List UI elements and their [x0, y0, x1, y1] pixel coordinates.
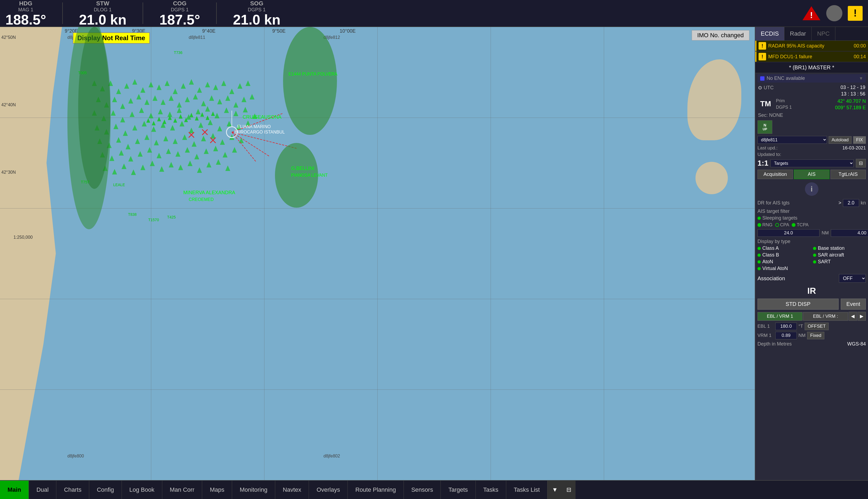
tgtlrais-button[interactable]: TgtLrAIS — [831, 170, 866, 179]
ebl-next-button[interactable]: ▶ — [857, 312, 866, 321]
display-type-section: Display by type Class A Base station Cla… — [755, 238, 868, 272]
ebl-vrm2-tab[interactable]: EBL / VRM : — [803, 312, 848, 321]
dr-label: DR for AIS tgts — [757, 200, 837, 206]
event-button[interactable]: Event — [841, 299, 866, 310]
ebl1-label: EBL 1 — [757, 324, 773, 329]
tab-radar[interactable]: Radar — [784, 27, 812, 40]
alert-mfd[interactable]: ! MFD DCU1-1 failure 00:14 — [755, 51, 868, 62]
tabs-arrow-button[interactable]: ▼ — [548, 480, 562, 499]
grid-v1 — [151, 27, 151, 480]
tab-monitoring[interactable]: Monitoring — [232, 480, 275, 499]
tab-navtex[interactable]: Navtex — [275, 480, 309, 499]
rng-label: RNG — [762, 222, 772, 228]
info-row: i — [755, 180, 868, 198]
imo-changed-notice: IMO No. changed — [692, 30, 750, 40]
dr-value-input[interactable]: 2.0 — [843, 199, 859, 207]
ebl-prev-button[interactable]: ◀ — [848, 312, 857, 321]
base-station-dot[interactable] — [813, 247, 816, 250]
tab-charts[interactable]: Charts — [56, 480, 89, 499]
ebl1-row: EBL 1 °T OFFSET — [755, 322, 868, 331]
class-a-dot[interactable] — [757, 247, 761, 250]
chart-select-dropdown[interactable]: d8jfe811 — [757, 136, 827, 144]
map-area[interactable]: 9°20E 9°30E 9°40E 9°50E 10°00E 42°50N 42… — [0, 27, 755, 480]
alert-circle-icon[interactable] — [826, 5, 842, 21]
header-divider-3 — [216, 2, 217, 24]
tab-dual[interactable]: Dual — [29, 480, 56, 499]
tab-sensors[interactable]: Sensors — [404, 480, 441, 499]
hdg-label: HDG — [19, 0, 32, 7]
tab-route-planning[interactable]: Route Planning — [348, 480, 404, 499]
utc-label: UTC — [764, 85, 773, 90]
tab-logbook[interactable]: Log Book — [122, 480, 162, 499]
std-disp-button[interactable]: STD DISP — [757, 299, 839, 310]
sleeping-label: Sleeping targets — [755, 215, 868, 221]
tab-ecdis[interactable]: ECDIS — [755, 27, 784, 40]
tab-overlays[interactable]: Overlays — [309, 480, 348, 499]
ebl-vrm1-tab[interactable]: EBL / VRM 1 — [757, 312, 803, 321]
fix-button[interactable]: FIX — [853, 136, 866, 144]
tcpa-label: TCPA — [796, 222, 808, 228]
sar-aircraft-dot[interactable] — [813, 254, 816, 257]
header-divider-1 — [62, 2, 63, 24]
main-content: 9°20E 9°30E 9°40E 9°50E 10°00E 42°50N 42… — [0, 27, 868, 480]
sart-dot[interactable] — [813, 260, 816, 264]
tile-d8jfe811: d8jfe811 — [189, 35, 205, 40]
tile-d8jfe800: d8jfe800 — [67, 454, 84, 459]
virtual-aton-item: Virtual AtoN — [757, 266, 866, 271]
tab-targets[interactable]: Targets — [441, 480, 476, 499]
ais-filter-label: AIS target filter — [755, 208, 868, 215]
ebl1-offset-button[interactable]: OFFSET — [805, 322, 829, 330]
tab-maps[interactable]: Maps — [202, 480, 232, 499]
sec-row: Sec: NONE — [755, 111, 868, 119]
coord-10-00E: 10°00E — [340, 28, 355, 34]
enc-label: No ENC available — [767, 75, 805, 81]
aton-dot[interactable] — [757, 260, 761, 264]
autoload-button[interactable]: Autoload — [829, 136, 852, 144]
dr-gt: > — [838, 200, 841, 206]
tab-main[interactable]: Main — [0, 480, 29, 499]
utc-date: 03 - 12 - 19 — [841, 85, 865, 90]
tab-tasks-list[interactable]: Tasks List — [506, 480, 548, 499]
rng-radio[interactable] — [757, 223, 761, 227]
tab-man-corr[interactable]: Man Corr — [162, 480, 202, 499]
aton-label: AtoN — [762, 259, 773, 265]
tab-config[interactable]: Config — [89, 480, 122, 499]
coord-9-40E: 9°40E — [202, 28, 215, 34]
tab-npc[interactable]: NPC — [812, 27, 835, 40]
cpa-radio[interactable] — [775, 223, 779, 227]
association-select[interactable]: OFF — [839, 274, 866, 283]
cpa-value-input[interactable] — [831, 229, 868, 237]
rng-value-input[interactable] — [757, 229, 819, 237]
enc-dot-icon — [760, 76, 765, 81]
svg-text:!: ! — [810, 10, 813, 20]
alert-radar[interactable]: ! RADAR 95% AIS capacity 00:00 — [755, 41, 868, 51]
cpa-item: CPA — [775, 222, 789, 228]
tabs-expand-button[interactable]: ⊟ — [562, 480, 576, 499]
prim-lon: 009° 57.189 E — [835, 105, 866, 111]
alert-mfd-time: 00:14 — [854, 54, 866, 60]
tab-tasks[interactable]: Tasks — [476, 480, 506, 499]
vrm1-mode-button[interactable]: Fixed — [807, 332, 824, 339]
info-icon[interactable]: i — [805, 182, 818, 196]
alert-icon-radar: ! — [758, 42, 766, 50]
tcpa-radio[interactable] — [792, 223, 795, 227]
alert-exclaim-icon[interactable]: ! — [848, 6, 863, 21]
dr-unit: kn — [861, 200, 866, 206]
vrm1-label: VRM 1 — [757, 333, 773, 338]
class-b-dot[interactable] — [757, 254, 761, 257]
targets-select[interactable]: Targets — [770, 159, 854, 167]
n-up-button[interactable]: N UP — [757, 120, 772, 134]
display-type-title: Display by type — [757, 239, 866, 244]
acquisition-button[interactable]: Acquisition — [757, 170, 793, 179]
lat-42-30N: 42°30N — [1, 170, 16, 175]
hdg-display: HDG MAG 1 188.5° — [5, 0, 46, 27]
vrm1-value-input[interactable] — [775, 332, 797, 339]
ebl1-value-input[interactable] — [775, 322, 797, 330]
scale-expand-button[interactable]: ⊟ — [856, 159, 866, 168]
class-b-label: Class B — [762, 252, 779, 258]
virtual-aton-dot[interactable] — [757, 267, 761, 270]
enc-dropdown-icon[interactable]: ▼ — [859, 76, 863, 81]
tcpa-item: TCPA — [792, 222, 808, 228]
ais-button[interactable]: AIS — [794, 170, 829, 179]
alert-triangle-icon[interactable]: ! — [802, 5, 821, 21]
